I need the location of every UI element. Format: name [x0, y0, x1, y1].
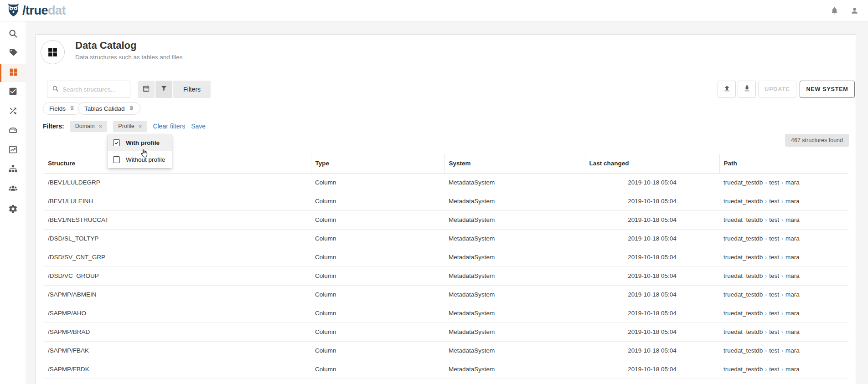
table-row[interactable]: /SAPMP/BRAD Column MetadataSystem 2019-1…	[44, 323, 848, 341]
results-count-badge: 467 structures found	[785, 134, 849, 147]
table-row[interactable]: /BEV1/LULEINH Column MetadataSystem 2019…	[44, 192, 848, 210]
cell-type: Column	[311, 192, 444, 210]
cell-type: Column	[311, 229, 444, 248]
cell-system: MetadataSystem	[444, 266, 585, 285]
filter-chip-label: Profile	[118, 123, 134, 129]
cell-path: truedat_testdb›test›mara	[719, 248, 848, 266]
table-row[interactable]: /BEV1/NESTRUCCAT Column MetadataSystem 2…	[44, 210, 848, 229]
sidebar-item-settings[interactable]	[0, 200, 26, 219]
cell-structure: /DSD/SV_CNT_GRP	[44, 248, 311, 266]
remove-filter-icon[interactable]: ×	[99, 123, 103, 130]
cell-last-changed: 2019-10-18 05:04	[585, 173, 719, 192]
table-row[interactable]: /SAPMP/FBDK Column MetadataSystem 2019-1…	[44, 360, 848, 379]
gear-icon	[8, 204, 18, 215]
search-box	[47, 81, 130, 98]
cell-path: truedat_testdb›test›mara	[719, 323, 848, 341]
cell-last-changed: 2019-10-18 05:04	[585, 229, 719, 248]
cell-path: truedat_testdb›test›mara	[719, 341, 848, 360]
chart-icon	[8, 145, 18, 156]
clear-filters-link[interactable]: Clear filters	[153, 123, 185, 130]
cell-type: Column	[311, 304, 444, 323]
sidebar-item-systems[interactable]	[0, 122, 26, 140]
dropdown-option-with-profile[interactable]: With profile	[108, 134, 172, 151]
dropdown-option-without-profile[interactable]: Without profile	[108, 151, 172, 168]
cell-path: truedat_testdb›test›mara	[719, 210, 848, 229]
column-header-path: Path	[719, 154, 848, 173]
shuffle-icon	[8, 106, 18, 118]
cell-structure: /SAPMP/ABMEIN	[44, 285, 311, 304]
trash-icon[interactable]	[69, 105, 75, 112]
sidebar-item-data-catalog[interactable]	[0, 64, 26, 82]
cell-last-changed: 2019-10-18 05:04	[585, 192, 719, 210]
calendar-button[interactable]	[138, 81, 155, 98]
filters-bar: Filters: Domain × Profile × Clear filter…	[43, 120, 206, 132]
data-catalog-icon	[41, 40, 65, 64]
sidebar-item-search[interactable]	[0, 25, 26, 43]
save-filters-link[interactable]: Save	[191, 123, 206, 130]
download-button[interactable]	[738, 81, 756, 98]
cell-last-changed: 2019-10-18 05:04	[585, 266, 719, 285]
sidebar-item-dashboards[interactable]	[0, 141, 26, 159]
cell-structure: /DSD/VC_GROUP	[44, 266, 311, 285]
filter-chip-domain[interactable]: Domain ×	[70, 121, 108, 132]
table-row[interactable]: /DSD/SV_CNT_GRP Column MetadataSystem 20…	[44, 248, 848, 266]
table-row[interactable]: /DSD/SL_TOLTYP Column MetadataSystem 201…	[44, 229, 848, 248]
remove-filter-icon[interactable]: ×	[139, 123, 142, 130]
filter-chip-label: Domain	[75, 123, 95, 129]
column-header-system: System	[444, 154, 585, 173]
column-header-structure: Structure	[44, 154, 311, 173]
topbar: /truedat	[0, 0, 868, 21]
sidebar-item-users[interactable]	[0, 180, 26, 198]
filters-button[interactable]: Filters	[173, 81, 211, 98]
sitemap-icon	[8, 164, 18, 175]
cell-last-changed: 2019-10-18 05:04	[585, 341, 719, 360]
cell-system: MetadataSystem	[444, 248, 585, 266]
cell-system: MetadataSystem	[444, 304, 585, 323]
search-input[interactable]	[62, 86, 125, 93]
users-icon	[8, 184, 18, 195]
filter-chip-profile[interactable]: Profile ×	[113, 121, 147, 132]
cell-type: Column	[311, 210, 444, 229]
dropdown-option-label: Without profile	[126, 156, 165, 163]
cell-path: truedat_testdb›test›mara	[719, 304, 848, 323]
user-icon[interactable]	[850, 6, 859, 15]
sidebar-item-taxonomy[interactable]	[0, 160, 26, 179]
cell-system: MetadataSystem	[444, 229, 585, 248]
sidebar-item-quality[interactable]	[0, 83, 26, 101]
cell-last-changed: 2019-10-18 05:04	[585, 323, 719, 341]
dropdown-option-label: With profile	[126, 139, 160, 146]
owl-logo-icon	[6, 2, 21, 19]
new-system-button[interactable]: NEW SYSTEM	[800, 81, 855, 98]
cell-last-changed: 2019-10-18 05:04	[585, 285, 719, 304]
table-row[interactable]: /BEV1/LULDEGRP Column MetadataSystem 201…	[44, 173, 848, 192]
table-body: /BEV1/LULDEGRP Column MetadataSystem 201…	[44, 173, 848, 379]
sidebar-item-shuffle[interactable]	[0, 102, 26, 121]
update-button[interactable]: UPDATE	[758, 81, 796, 98]
table-row[interactable]: /SAPMP/FBAK Column MetadataSystem 2019-1…	[44, 341, 848, 360]
cell-path: truedat_testdb›test›mara	[719, 173, 848, 192]
checkbox-checked-icon[interactable]	[113, 139, 120, 146]
filter-funnel-button[interactable]	[155, 81, 172, 98]
table-row[interactable]: /SAPMP/AHO Column MetadataSystem 2019-10…	[44, 304, 848, 323]
cell-system: MetadataSystem	[444, 192, 585, 210]
cell-structure: /DSD/SL_TOLTYP	[44, 229, 311, 248]
cell-system: MetadataSystem	[444, 323, 585, 341]
cell-structure: /SAPMP/FBAK	[44, 341, 311, 360]
upload-icon	[723, 85, 731, 94]
saved-filter-chip-tablas-calidad[interactable]: Tablas Calidad	[78, 102, 140, 115]
page-title: Data Catalog	[75, 40, 136, 51]
cell-type: Column	[311, 323, 444, 341]
table-row[interactable]: /DSD/VC_GROUP Column MetadataSystem 2019…	[44, 266, 848, 285]
saved-filter-chip-fields[interactable]: Fields	[43, 102, 81, 115]
cell-last-changed: 2019-10-18 05:04	[585, 248, 719, 266]
table-row[interactable]: /SAPMP/ABMEIN Column MetadataSystem 2019…	[44, 285, 848, 304]
cell-system: MetadataSystem	[444, 173, 585, 192]
upload-button[interactable]	[718, 81, 736, 98]
trash-icon[interactable]	[129, 105, 134, 112]
bell-icon[interactable]	[830, 6, 839, 15]
funnel-icon	[160, 85, 168, 94]
structures-table: Structure Type System Last changed Path …	[44, 154, 848, 379]
sidebar-item-tags[interactable]	[0, 44, 26, 62]
checkbox-unchecked-icon[interactable]	[113, 156, 120, 163]
truedat-logo[interactable]: /truedat	[6, 2, 66, 19]
